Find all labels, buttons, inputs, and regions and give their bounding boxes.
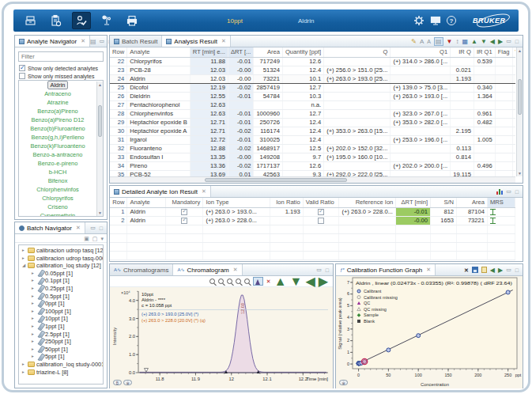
data-archive-button[interactable] [21, 12, 40, 29]
show-missed-checkbox-row[interactable]: Show only missed analytes [19, 73, 94, 79]
print-button[interactable] [123, 12, 141, 29]
plot-nav-button[interactable]: B [113, 380, 122, 385]
tree-item[interactable]: ▸ 2.5ppt [1] [19, 331, 103, 339]
tree-item[interactable]: ▸ calibration_loq study-0001 [12] [19, 361, 103, 369]
expander-icon[interactable]: ▸ [22, 361, 28, 369]
analyte-list-item[interactable]: b-HCH [19, 168, 96, 176]
analysis-table-row[interactable]: 33 Endosulfan I 13.35 -0.00 149208 9.7 (… [110, 153, 515, 161]
analysis-header-row[interactable]: Row Analyte RT [min] e... ΔRT [... Area … [110, 47, 515, 57]
plot-nav-button[interactable]: ⊕ [123, 380, 132, 385]
expander-icon[interactable]: ▸ [22, 255, 28, 263]
export-icon[interactable] [481, 267, 487, 273]
tree-item[interactable]: ▸ 1ppt [1] [19, 323, 103, 331]
checkbox-checked[interactable] [19, 65, 25, 71]
maximize-icon[interactable]: □ [100, 225, 104, 231]
tree-item[interactable]: ▸ calibracion udrop tasq [12] [19, 247, 103, 255]
detail-table-row[interactable]: 1 Aldrin (+) 263.0 > 193.0... 1.193 (+) … [110, 207, 515, 216]
close-tab-icon[interactable]: ✕ [221, 38, 226, 44]
close-tab-icon[interactable]: ✕ [202, 188, 206, 195]
tree-item[interactable]: ◢ calibration_loq study [12] [19, 262, 103, 270]
help-icon[interactable]: ? [447, 16, 456, 25]
analysis-table-row[interactable]: 24 Aldrin 12.03 -0.00 73221 10.1 (+) 263… [110, 74, 515, 83]
detail-table-row[interactable] [110, 225, 515, 233]
detail-table-row[interactable] [110, 242, 515, 251]
analysis-table-row[interactable]: 32 Fluoranteno 12.88 -0.02 1468917 12.5 … [110, 144, 515, 153]
tree-item[interactable]: ▸ 0.05ppt [1] [19, 270, 103, 278]
analyte-list-item[interactable]: Benzo-a-antraceno [19, 150, 96, 159]
minimize-icon[interactable]: ▭ [506, 267, 512, 273]
col-sn[interactable]: S/N [431, 198, 457, 207]
col-reference-ion[interactable]: Reference Ion [339, 198, 396, 207]
minimize-icon[interactable]: ▭ [316, 267, 323, 273]
col-visited[interactable]: Visited [512, 47, 515, 57]
analyte-list-item[interactable]: Criseno [19, 203, 96, 211]
expander-icon[interactable]: ▸ [32, 293, 37, 301]
analysis-table-row[interactable]: 27 Pentachlorophenol 12.63 n.a. [110, 100, 515, 109]
review-button[interactable] [72, 12, 91, 29]
col-rt[interactable]: RT [min] e... [190, 47, 228, 57]
analyte-list-item[interactable]: Benzo-e-pireno [19, 159, 96, 168]
close-tab-icon[interactable]: ✕ [426, 267, 431, 273]
analyte-list-item[interactable]: Benzo(a)Pireno [19, 107, 96, 116]
analysis-table-row[interactable]: 23 PCB-28 12.03 -0.00 51324 12.4 (+) 256… [110, 66, 515, 74]
chart-icon[interactable] [496, 188, 503, 195]
tree-item[interactable]: ▸ 100ppt [1] [19, 308, 103, 316]
valid-ratio-checkbox[interactable] [318, 218, 324, 224]
next-row-icon[interactable]: ▼ [481, 38, 487, 45]
tab-batch-result[interactable]: Batch Result [110, 36, 162, 47]
font-icon[interactable]: A [420, 38, 424, 45]
display-icon[interactable] [430, 16, 441, 25]
tools-icon[interactable]: ✕ [464, 267, 469, 274]
analysis-table-row[interactable]: 22 Chlorpyrifos 11.88 -0.01 717249 12.6 … [110, 57, 515, 66]
chromatogram-plot[interactable]: 11.811.91212.112.20.01.02.03.04.0×10⁴Int… [110, 287, 333, 388]
col-q1[interactable]: Q1 [391, 47, 451, 57]
plot-nav-buttons[interactable]: B ⊕ [113, 380, 132, 385]
collapse-all-icon[interactable]: ▣ [84, 235, 89, 242]
analyte-list-item[interactable]: Benzo(a)Pireno D12 [19, 116, 96, 124]
col-area[interactable]: Area [254, 47, 283, 57]
expander-icon[interactable]: ▸ [32, 315, 37, 323]
analysis-table-row[interactable]: 34 Pireno 13.36 -0.02 1717137 12.6 (+) 2… [110, 161, 515, 170]
analyte-list-item[interactable]: Benzo(g,h,i)Perileno [19, 133, 96, 142]
analyte-list-item[interactable]: Benzo(b)Fluroanteno [19, 124, 96, 133]
previous-peak-up-icon[interactable]: ▲ [274, 278, 287, 285]
reset-zoom-icon[interactable]: ✕ [266, 278, 271, 285]
col-mrs[interactable]: MRS [488, 198, 515, 207]
col-row[interactable]: Row [110, 47, 127, 57]
zoom-icon[interactable] [209, 278, 215, 284]
expander-icon[interactable]: ▸ [32, 353, 37, 361]
col-analyte[interactable]: Analyte [127, 198, 165, 207]
worklist-button[interactable] [47, 12, 66, 29]
previous-row-icon[interactable]: ▲ [471, 38, 477, 45]
analysis-table-row[interactable]: 35 PCB-52 13.69 0.01 42563 9.3 (+) 292.0… [110, 170, 515, 176]
tab-chromatograms[interactable]: A∿ Chromatograms [110, 264, 173, 275]
tab-analysis-result[interactable]: Analysis Result ✕ [162, 36, 231, 47]
analyte-list-item[interactable]: Bifenox [19, 176, 96, 185]
col-valid-ratio[interactable]: Valid Ratio [303, 198, 339, 207]
maximize-icon[interactable]: □ [326, 267, 330, 273]
expander-icon[interactable]: ▸ [32, 300, 37, 308]
minimize-icon[interactable]: ▭ [506, 188, 512, 195]
analysis-vscrollbar[interactable]: ▲ ▼ [516, 47, 523, 176]
zoom-back-icon[interactable] [218, 278, 224, 284]
tree-item[interactable]: ▸ calibracion udrop tasq-0001 [12] [19, 255, 103, 263]
detail-table-row[interactable] [110, 233, 515, 242]
filter-icon[interactable]: ▼ [447, 38, 453, 45]
edit-note-icon[interactable]: ✎ [411, 38, 417, 45]
zoom-y-icon[interactable] [244, 278, 250, 284]
tree-item[interactable]: ▸ 0.25ppt [1] [19, 285, 103, 293]
previous-analyte-icon[interactable]: ◀ [490, 38, 495, 45]
scroll-down-icon[interactable]: ▼ [517, 170, 523, 176]
tree-item[interactable]: ▸ 50ppt [1] [19, 346, 103, 354]
analysis-table-row[interactable]: 26 Dieldrin 12.55 -0.01 54784 10.3 (+) 2… [110, 92, 515, 100]
next-trace-icon[interactable]: ▶ [319, 278, 328, 285]
previous-trace-icon[interactable]: ◀ [305, 278, 315, 285]
tree-item[interactable]: ▸ 0.5ppt [1] [19, 293, 103, 301]
minimize-icon[interactable]: ▭ [506, 38, 512, 44]
close-tab-icon[interactable]: ✕ [76, 225, 81, 231]
col-row[interactable]: Row [110, 198, 127, 207]
page-icon[interactable]: ▤ [90, 38, 96, 45]
scroll-up-icon[interactable]: ▲ [517, 47, 523, 54]
analysis-table-row[interactable]: 29 Heptachlor epoxide B 12.71 -0.01 2507… [110, 118, 515, 127]
col-area[interactable]: Area [457, 198, 488, 207]
